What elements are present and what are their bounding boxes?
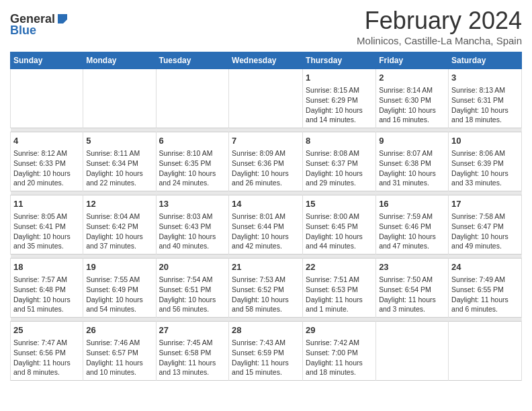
day-info: Sunrise: 7:47 AMSunset: 6:56 PMDaylight:… <box>13 338 80 377</box>
day-info: Sunrise: 8:08 AMSunset: 6:37 PMDaylight:… <box>306 148 373 188</box>
day-number: 28 <box>232 324 300 336</box>
col-tuesday: Tuesday <box>156 52 229 69</box>
day-info: Sunrise: 7:51 AMSunset: 6:53 PMDaylight:… <box>306 275 373 314</box>
table-row: 11Sunrise: 8:05 AMSunset: 6:41 PMDayligh… <box>11 195 83 255</box>
day-number: 15 <box>306 198 373 210</box>
day-number: 1 <box>306 72 373 84</box>
day-number: 9 <box>379 135 445 147</box>
day-info: Sunrise: 7:53 AMSunset: 6:52 PMDaylight:… <box>232 275 300 314</box>
col-sunday: Sunday <box>11 52 83 69</box>
day-info: Sunrise: 7:55 AMSunset: 6:49 PMDaylight:… <box>86 275 152 314</box>
header: General Blue February 2024 Molinicos, Ca… <box>10 7 522 46</box>
table-row: 12Sunrise: 8:04 AMSunset: 6:42 PMDayligh… <box>83 195 156 255</box>
month-title: February 2024 <box>357 7 522 35</box>
table-row: 29Sunrise: 7:42 AMSunset: 7:00 PMDayligh… <box>303 322 376 381</box>
table-row: 22Sunrise: 7:51 AMSunset: 6:53 PMDayligh… <box>303 259 376 318</box>
table-row: 17Sunrise: 7:58 AMSunset: 6:47 PMDayligh… <box>449 195 522 255</box>
col-saturday: Saturday <box>449 52 522 69</box>
calendar-week-row: 25Sunrise: 7:47 AMSunset: 6:56 PMDayligh… <box>11 322 522 381</box>
day-number: 20 <box>159 261 226 273</box>
table-row: 7Sunrise: 8:09 AMSunset: 6:36 PMDaylight… <box>229 132 303 191</box>
table-row: 4Sunrise: 8:12 AMSunset: 6:33 PMDaylight… <box>11 132 83 191</box>
day-info: Sunrise: 8:13 AMSunset: 6:31 PMDaylight:… <box>451 85 519 125</box>
col-wednesday: Wednesday <box>229 52 303 69</box>
table-row: 6Sunrise: 8:10 AMSunset: 6:35 PMDaylight… <box>156 132 229 191</box>
day-info: Sunrise: 7:42 AMSunset: 7:00 PMDaylight:… <box>306 338 373 377</box>
day-info: Sunrise: 7:49 AMSunset: 6:55 PMDaylight:… <box>451 275 519 314</box>
table-row: 27Sunrise: 7:45 AMSunset: 6:58 PMDayligh… <box>156 322 229 381</box>
day-number: 10 <box>451 135 519 147</box>
day-number: 5 <box>86 135 152 147</box>
calendar-table: Sunday Monday Tuesday Wednesday Thursday… <box>10 52 522 381</box>
table-row: 23Sunrise: 7:50 AMSunset: 6:54 PMDayligh… <box>376 259 449 318</box>
calendar-week-row: 1Sunrise: 8:15 AMSunset: 6:29 PMDaylight… <box>11 69 522 128</box>
title-section: February 2024 Molinicos, Castille-La Man… <box>357 7 522 46</box>
day-info: Sunrise: 7:45 AMSunset: 6:58 PMDaylight:… <box>159 338 226 377</box>
day-number: 7 <box>232 135 300 147</box>
table-row: 19Sunrise: 7:55 AMSunset: 6:49 PMDayligh… <box>83 259 156 318</box>
day-number: 27 <box>159 324 226 336</box>
calendar-week-row: 11Sunrise: 8:05 AMSunset: 6:41 PMDayligh… <box>11 195 522 255</box>
day-info: Sunrise: 8:05 AMSunset: 6:41 PMDaylight:… <box>13 212 80 251</box>
day-info: Sunrise: 8:15 AMSunset: 6:29 PMDaylight:… <box>306 85 373 125</box>
table-row: 20Sunrise: 7:54 AMSunset: 6:51 PMDayligh… <box>156 259 229 318</box>
location-subtitle: Molinicos, Castille-La Mancha, Spain <box>357 35 522 46</box>
table-row: 5Sunrise: 8:11 AMSunset: 6:34 PMDaylight… <box>83 132 156 191</box>
table-row: 10Sunrise: 8:06 AMSunset: 6:39 PMDayligh… <box>449 132 522 191</box>
calendar-week-row: 4Sunrise: 8:12 AMSunset: 6:33 PMDaylight… <box>11 132 522 191</box>
table-row <box>156 69 229 128</box>
day-info: Sunrise: 8:12 AMSunset: 6:33 PMDaylight:… <box>13 148 80 188</box>
day-info: Sunrise: 7:43 AMSunset: 6:59 PMDaylight:… <box>232 338 300 377</box>
day-info: Sunrise: 8:07 AMSunset: 6:38 PMDaylight:… <box>379 148 445 188</box>
day-number: 21 <box>232 261 300 273</box>
calendar-header-row: Sunday Monday Tuesday Wednesday Thursday… <box>11 52 522 69</box>
day-number: 12 <box>86 198 152 210</box>
day-number: 25 <box>13 324 80 336</box>
table-row: 24Sunrise: 7:49 AMSunset: 6:55 PMDayligh… <box>449 259 522 318</box>
day-info: Sunrise: 8:04 AMSunset: 6:42 PMDaylight:… <box>86 212 152 251</box>
day-number: 16 <box>379 198 445 210</box>
table-row: 15Sunrise: 8:00 AMSunset: 6:45 PMDayligh… <box>303 195 376 255</box>
table-row: 13Sunrise: 8:03 AMSunset: 6:43 PMDayligh… <box>156 195 229 255</box>
day-number: 23 <box>379 261 445 273</box>
day-info: Sunrise: 8:11 AMSunset: 6:34 PMDaylight:… <box>86 148 152 188</box>
day-number: 6 <box>159 135 226 147</box>
table-row <box>376 322 449 381</box>
day-number: 8 <box>306 135 373 147</box>
svg-marker-0 <box>58 14 67 24</box>
calendar-week-row: 18Sunrise: 7:57 AMSunset: 6:48 PMDayligh… <box>11 259 522 318</box>
table-row: 1Sunrise: 8:15 AMSunset: 6:29 PMDaylight… <box>303 69 376 128</box>
table-row: 18Sunrise: 7:57 AMSunset: 6:48 PMDayligh… <box>11 259 83 318</box>
day-info: Sunrise: 8:10 AMSunset: 6:35 PMDaylight:… <box>159 148 226 188</box>
table-row: 3Sunrise: 8:13 AMSunset: 6:31 PMDaylight… <box>449 69 522 128</box>
table-row: 8Sunrise: 8:08 AMSunset: 6:37 PMDaylight… <box>303 132 376 191</box>
day-info: Sunrise: 8:00 AMSunset: 6:45 PMDaylight:… <box>306 212 373 251</box>
day-number: 24 <box>451 261 519 273</box>
table-row: 9Sunrise: 8:07 AMSunset: 6:38 PMDaylight… <box>376 132 449 191</box>
day-number: 18 <box>13 261 80 273</box>
day-info: Sunrise: 7:57 AMSunset: 6:48 PMDaylight:… <box>13 275 80 314</box>
day-number: 4 <box>13 135 80 147</box>
logo: General Blue <box>10 12 69 38</box>
day-number: 22 <box>306 261 373 273</box>
table-row <box>449 322 522 381</box>
table-row: 14Sunrise: 8:01 AMSunset: 6:44 PMDayligh… <box>229 195 303 255</box>
logo-blue: Blue <box>10 24 36 38</box>
day-number: 13 <box>159 198 226 210</box>
day-number: 19 <box>86 261 152 273</box>
table-row: 26Sunrise: 7:46 AMSunset: 6:57 PMDayligh… <box>83 322 156 381</box>
day-info: Sunrise: 8:01 AMSunset: 6:44 PMDaylight:… <box>232 212 300 251</box>
table-row: 28Sunrise: 7:43 AMSunset: 6:59 PMDayligh… <box>229 322 303 381</box>
col-monday: Monday <box>83 52 156 69</box>
logo-icon <box>56 13 69 25</box>
day-info: Sunrise: 8:03 AMSunset: 6:43 PMDaylight:… <box>159 212 226 251</box>
day-info: Sunrise: 7:54 AMSunset: 6:51 PMDaylight:… <box>159 275 226 314</box>
table-row: 2Sunrise: 8:14 AMSunset: 6:30 PMDaylight… <box>376 69 449 128</box>
day-info: Sunrise: 7:58 AMSunset: 6:47 PMDaylight:… <box>451 212 519 251</box>
col-thursday: Thursday <box>303 52 376 69</box>
day-number: 26 <box>86 324 152 336</box>
table-row <box>229 69 303 128</box>
day-info: Sunrise: 7:59 AMSunset: 6:46 PMDaylight:… <box>379 212 445 251</box>
day-info: Sunrise: 8:06 AMSunset: 6:39 PMDaylight:… <box>451 148 519 188</box>
col-friday: Friday <box>376 52 449 69</box>
